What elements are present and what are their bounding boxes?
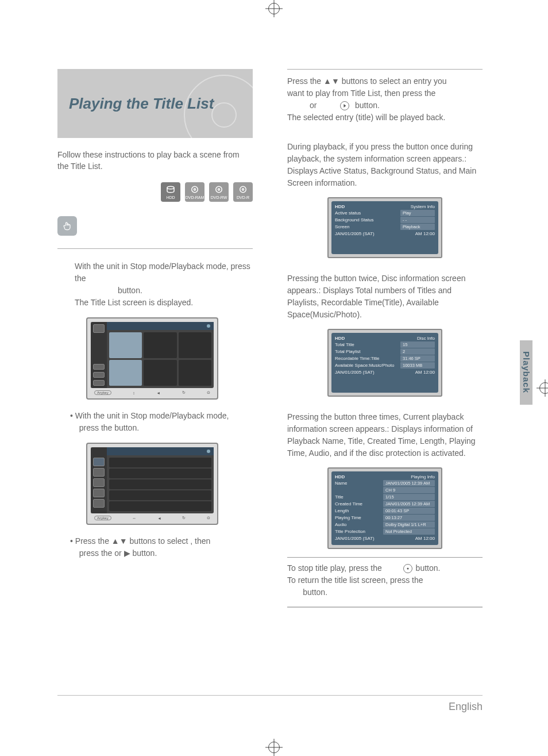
panel-title-right: System Info [411,204,435,209]
bullet-2: • Press the ▲▼ buttons to select , then … [57,535,253,559]
panel-time: AM 12:00 [415,536,435,541]
dvd-rw-label: DVD-RW [211,195,227,199]
info-once: During playback, if you press the button… [287,141,483,189]
svg-point-5 [240,186,246,193]
crop-mark-bottom [263,736,285,756]
row-val: 10033 MB [400,362,435,369]
osd-thumb [109,332,142,358]
disc-icons: HDD DVD-RAM DVD-RW DVD-R [57,182,253,202]
row-label: Recordable Time:Title [335,356,398,361]
osd-nav-icon: ◄ [157,516,161,520]
row-label: Available Space:Music/Photo [335,363,398,368]
row-val: 2 [400,348,435,355]
left-column: Playing the Title List Follow these inst… [57,69,253,612]
row-label: Total Playlist [335,349,398,354]
right-column: Press the ▲▼ buttons to select an entry … [287,69,483,612]
osd-nav-icon: ↻ [182,516,186,520]
osd-menu-icon [93,489,105,497]
row-label: Length [335,508,381,513]
osd-row [109,479,211,489]
row-val: 31:46 SP [400,355,435,362]
row-val: Dolby Digital 1/1 L+R [383,521,435,528]
row-label: Title Protection [335,529,381,534]
play-circle-icon [340,101,349,110]
osd-titlelist-1: Anykey ↕ ◄ ↻ ⊙ [86,317,218,400]
osd-menu-icon [93,458,105,466]
osd-row [109,458,211,467]
row-label: Name [335,481,381,486]
row-label: Title [335,494,381,500]
title-banner: Playing the Title List [57,69,253,138]
p1-c: or [310,101,339,110]
dvd-r-label: DVD-R [237,195,249,199]
hdd-label: HDD [166,195,175,199]
osd-header-dot-icon [207,324,210,328]
footer: English [57,701,483,713]
system-info-panel: HDD System Info Active statusPlay Backgr… [327,197,442,258]
osd-row [109,469,211,478]
osd-nav-icon: ↕ [133,391,135,395]
panel-title-left: HDD [335,336,345,341]
info-twice: Pressing the button twice, Disc informat… [287,273,483,321]
osd-menu-icon [93,478,105,487]
step1-line3: The Title List screen is displayed. [75,297,253,309]
osd-row [109,501,211,511]
stop-note: To stop title play, press the button. To… [287,562,483,598]
panel-date: JAN/01/2005 (SAT) [335,536,375,541]
osd-menu-icon [93,499,105,508]
bullet2-line2: press the or ▶ button. [79,548,157,558]
osd-cell [179,332,211,358]
osd-cell [144,360,176,386]
svg-point-1 [192,186,198,193]
hand-touch-icon [57,216,77,236]
row-val: JAN/01/2005 12:39 AM [383,480,435,486]
osd-menu-icon [93,468,105,477]
stop-b: To return the title list screen, press t… [287,575,423,585]
divider [287,557,483,558]
footer-language: English [449,701,483,713]
panel-time: AM 12:00 [415,370,435,375]
svg-point-0 [167,186,174,189]
info-thrice: Pressing the button three times, Current… [287,411,483,459]
row-val: 00:01:43 SP [383,508,435,514]
osd-cell [179,360,211,386]
crop-mark-right [534,377,548,400]
bullet1-line1: With the unit in Stop mode/Playback mode… [75,411,229,420]
stop-circle-icon [403,564,412,573]
stop-c: button. [303,588,327,597]
row-val: Not Protected [383,528,435,535]
step1-line2: button. [75,285,253,297]
svg-point-2 [194,189,196,190]
row-label: Background Status [335,217,398,222]
osd-side-icon [93,324,105,333]
step-1: With the unit in Stop mode/Playback mode… [57,260,253,309]
svg-point-3 [216,186,222,193]
bullet2-line1: Press the ▲▼ buttons to select , then [75,536,211,546]
anykey-badge: Anykey [94,390,111,395]
p1-a: Press the ▲▼ buttons to select an entry … [287,76,447,86]
osd-nav-icon: ⊙ [207,516,210,520]
osd-side-icon [93,372,105,378]
bullet-1: • With the unit in Stop mode/Playback mo… [57,410,253,434]
row-val: Play [400,210,435,216]
dvd-ram-label: DVD-RAM [186,195,204,199]
row-label: Total Title [335,342,398,347]
divider [57,248,253,249]
dvd-r-icon: DVD-R [233,182,253,202]
hdd-icon: HDD [161,182,180,202]
osd-side-icon [93,380,105,386]
osd-row [109,490,211,500]
panel-date: JAN/01/2005 (SAT) [335,370,375,375]
divider [287,607,483,608]
osd-library: Anykey ↔ ◄ ↻ ⊙ [86,443,218,525]
row-val: - - [400,217,435,223]
panel-title-left: HDD [335,474,345,479]
footer-divider [57,695,483,696]
row-val: 00:13:27 [383,515,435,521]
osd-nav-icon: ↔ [132,516,136,520]
section-tab: Playback [520,340,532,405]
osd-cell [144,332,176,358]
disc-graphic-icon [184,75,253,138]
playing-info-panel: HDD Playing Info NameJAN/01/2005 12:39 A… [327,467,442,549]
osd-nav-icon: ◄ [156,391,160,395]
